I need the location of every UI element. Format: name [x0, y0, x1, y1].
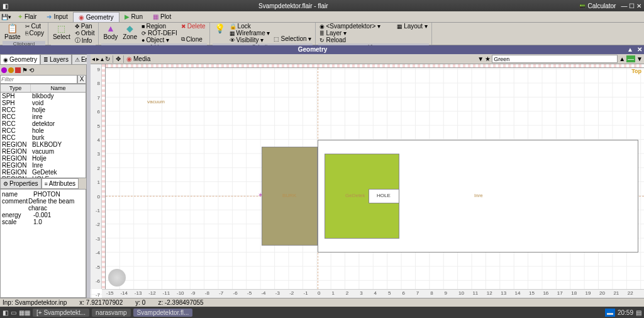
selection-dropdown[interactable]: ⬚ Selection ▾ [272, 35, 313, 42]
main-tab-bar: 💾▾ ✦Flair ➜Input ◉Geometry ▶Run ▦Plot [0, 11, 644, 23]
zone-button[interactable]: ◆Zone [121, 23, 139, 41]
tab-run[interactable]: ▶Run [119, 12, 148, 21]
tray-menu-icon[interactable]: ▤ [636, 309, 641, 316]
flag-icon[interactable]: ⚑ [22, 67, 28, 74]
tray-flag-icon[interactable]: ▬ [605, 309, 615, 317]
refresh-icon[interactable]: ⟲ [29, 67, 34, 74]
list-row[interactable]: SPHblkbody [1, 93, 86, 99]
layout-button[interactable]: ▦ Layout ▾ [396, 23, 429, 30]
list-row[interactable]: RCChole [1, 127, 86, 134]
close-button[interactable]: ✕ [636, 3, 641, 9]
lock-button[interactable]: 🔒 Lock [228, 23, 272, 30]
filter-clear-button[interactable]: X [77, 75, 86, 84]
info-button[interactable]: ⓘ Info [74, 37, 96, 45]
property-row[interactable]: energy-0.001 [2, 212, 84, 219]
task-3[interactable]: Svampdetektor.fl... [133, 309, 193, 317]
copy-button[interactable]: ⎘ Copy [24, 30, 45, 37]
start-button[interactable]: ◧ [3, 309, 8, 316]
tab-attributes[interactable]: ≡ Attributes [42, 178, 79, 189]
task-1[interactable]: [+ Svampdetekt... [33, 309, 89, 317]
move-icon[interactable]: ✥ [116, 55, 121, 62]
nav-back-icon[interactable]: ◂ [92, 55, 95, 62]
color-input[interactable] [492, 55, 618, 63]
canvas-toolbar: ◂ ▸ ▴ ↻ ✥ ◉ Media ▼★ ▲ — ▼ [91, 54, 644, 64]
status-inp: Inp: Svampdetektor.inp [3, 299, 67, 306]
geometry-viewport[interactable]: 9876543210-1-2-3-4-5-6-7-8 -15-14-13-12-… [91, 64, 644, 298]
tab-flair[interactable]: ✦Flair [13, 12, 42, 21]
list-row[interactable]: RCCholje [1, 106, 86, 113]
filter-input[interactable] [0, 75, 77, 84]
compass-icon[interactable] [108, 269, 126, 287]
wireframe-button[interactable]: ▦ Wireframe ▾ [228, 30, 272, 37]
minimize-button[interactable]: — [621, 3, 627, 9]
save-icon[interactable]: 💾▾ [0, 14, 13, 20]
sidebar-tab-layers[interactable]: ≣ Layers [40, 54, 72, 65]
visibility-button[interactable]: 👁 Visibility ▾ [228, 37, 272, 43]
list-row[interactable]: REGIONHolje [1, 155, 86, 162]
color-dd-icon[interactable]: ▼ [636, 55, 643, 62]
object-button[interactable]: ● Object ▾ [140, 37, 179, 43]
workspace-switcher[interactable]: ▦▦ [19, 309, 30, 316]
shape-box-icon[interactable] [15, 67, 21, 73]
color-up-icon[interactable]: ▲ [619, 55, 625, 62]
label-inre: Inre [474, 193, 483, 198]
reload-button[interactable]: ↻ Reload [318, 37, 382, 43]
calculator-button[interactable]: 📟 Calculator [579, 3, 616, 9]
sidebar-tab-geometry[interactable]: ◉ Geometry [0, 54, 40, 65]
panel-close-icon[interactable]: ✕ [635, 45, 644, 54]
label-burk: BURK [282, 193, 296, 198]
shape-sphere-icon[interactable] [8, 67, 14, 73]
window-title: Svampdetektor.flair - flair [258, 3, 328, 9]
left-panel: ◉ Geometry ≣ Layers ⚠ Errors ⚑ ⟲ X Type … [0, 54, 87, 298]
app-menu-icon[interactable]: ◧ [3, 3, 8, 9]
panel-up-icon[interactable]: ▲ [625, 45, 635, 54]
os-titlebar: ◧ Svampdetektor.flair - flair 📟 Calculat… [0, 0, 644, 11]
object-table-header: Type Name [0, 84, 86, 93]
property-row[interactable]: namePHOTON [2, 191, 84, 198]
clock: 20:59 [618, 309, 633, 316]
orbit-button[interactable]: ⟲ Orbit [74, 30, 96, 37]
region-button[interactable]: ■ Region [140, 23, 179, 30]
nav-fwd-icon[interactable]: ▸ [96, 55, 99, 62]
clone-button[interactable]: ⧉ Clone [180, 36, 207, 43]
status-bar: Inp: Svampdetektor.inp x: 7.921707902 y:… [0, 298, 644, 307]
property-row[interactable]: commentDefine the beam charac [2, 198, 84, 212]
delete-button[interactable]: ✖ Delete [180, 23, 207, 30]
bulb-button[interactable]: 💡 [213, 23, 227, 34]
list-row[interactable]: RCCburk [1, 134, 86, 141]
color-menu-icon[interactable]: — [626, 55, 635, 62]
nav-up-icon[interactable]: ▴ [101, 55, 104, 62]
list-row[interactable]: REGIONBLKBODY [1, 141, 86, 148]
list-row[interactable]: REGIONInre [1, 162, 86, 169]
tab-properties[interactable]: ⚙ Properties [0, 178, 42, 189]
tab-plot[interactable]: ▦Plot [148, 12, 176, 21]
list-row[interactable]: RCCinre [1, 113, 86, 120]
tab-input[interactable]: ➜Input [42, 12, 72, 21]
media-label: Media [133, 55, 150, 62]
body-button[interactable]: ▲Body [101, 23, 119, 41]
cut-button[interactable]: ✂ Cut [24, 23, 45, 30]
rotdefi-button[interactable]: ⟳ ROT-DEFI [140, 30, 179, 37]
list-row[interactable]: REGIONGeDetek [1, 169, 86, 176]
shape-cone-icon[interactable] [1, 67, 7, 73]
list-row[interactable]: REGIONvacuum [1, 148, 86, 155]
maximize-button[interactable]: ☐ [629, 3, 635, 9]
list-row[interactable]: RCCdetektor [1, 120, 86, 127]
label-hole: HOLE [377, 193, 391, 198]
pan-button[interactable]: ✥ Pan [74, 23, 96, 30]
object-list[interactable]: SPHblkbodySPHvoidRCCholjeRCCinreRCCdetek… [0, 93, 86, 178]
viewport-label: Top [631, 68, 641, 74]
media-icon[interactable]: ◉ [126, 55, 132, 62]
view-dropdown[interactable]: ◉ <Svampdetektor> ▾ [318, 23, 382, 30]
label-vacuum: vacuum [147, 99, 165, 105]
list-row[interactable]: SPHvoid [1, 99, 86, 106]
status-x: x: 7.921707902 [79, 299, 123, 306]
property-row[interactable]: scale1.0 [2, 219, 84, 225]
paste-button[interactable]: 📋Paste [3, 23, 23, 41]
nav-reload-icon[interactable]: ↻ [105, 55, 110, 62]
layer-button[interactable]: ≣ Layer ▾ [318, 30, 382, 37]
tab-geometry[interactable]: ◉Geometry [73, 12, 119, 22]
show-desktop-button[interactable]: ▭ [11, 309, 16, 316]
task-2[interactable]: narasvamp [92, 309, 130, 317]
select-button[interactable]: ⬚Select [51, 23, 72, 41]
